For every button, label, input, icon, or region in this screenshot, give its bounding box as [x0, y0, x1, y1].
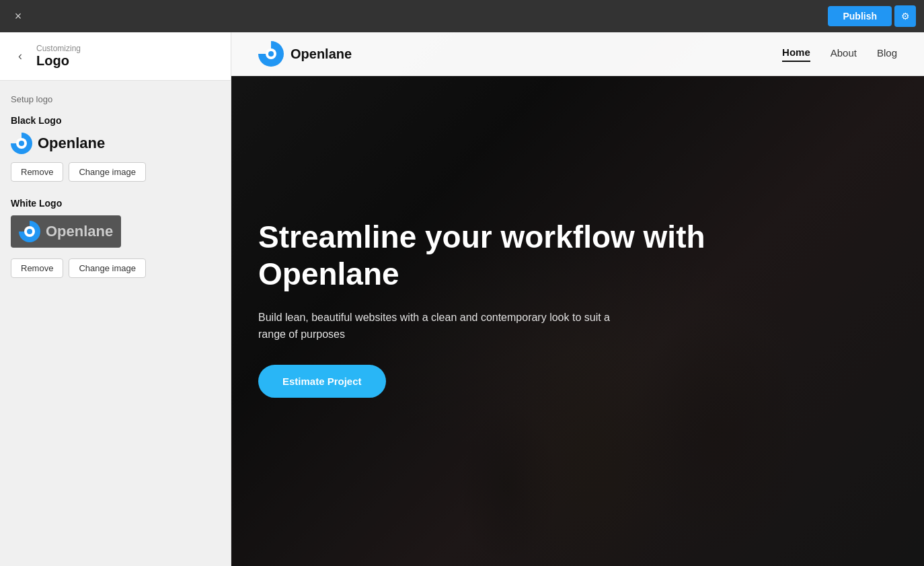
publish-button[interactable]: Publish	[828, 6, 892, 26]
site-nav-links: Home About Blog	[782, 46, 897, 62]
main-layout: ‹ Customizing Logo Setup logo Black Logo…	[0, 32, 924, 566]
black-logo-text: Openlane	[38, 135, 105, 152]
setup-logo-label: Setup logo	[11, 94, 220, 104]
black-logo-buttons: Remove Change image	[11, 162, 220, 182]
site-logo-icon-inner	[268, 51, 274, 57]
white-logo-section: White Logo Openlane Remove Change image	[11, 198, 220, 278]
white-logo-preview: Openlane	[11, 215, 121, 248]
nav-link-about[interactable]: About	[831, 47, 857, 61]
white-logo-text: Openlane	[46, 223, 113, 240]
black-logo-remove-button[interactable]: Remove	[11, 162, 63, 182]
white-logo-title: White Logo	[11, 198, 220, 209]
top-bar: × Publish ⚙	[0, 0, 924, 32]
website-preview: Openlane Home About Blog Streamline your…	[231, 32, 924, 566]
sidebar-header: ‹ Customizing Logo	[0, 32, 231, 81]
hero-section: Openlane Home About Blog Streamline your…	[231, 32, 924, 566]
white-logo-remove-button[interactable]: Remove	[11, 258, 63, 278]
black-logo-icon-inner	[19, 141, 24, 146]
site-logo-text: Openlane	[291, 46, 352, 62]
black-logo-icon	[11, 133, 32, 154]
settings-button[interactable]: ⚙	[894, 5, 916, 27]
preview-area: Openlane Home About Blog Streamline your…	[231, 32, 924, 566]
hero-subtitle: Build lean, beautiful websites with a cl…	[258, 309, 635, 343]
hero-cta-button[interactable]: Estimate Project	[258, 365, 386, 398]
close-button[interactable]: ×	[8, 6, 28, 26]
black-logo-preview: Openlane	[11, 133, 220, 154]
nav-link-blog[interactable]: Blog	[877, 47, 897, 61]
sidebar: ‹ Customizing Logo Setup logo Black Logo…	[0, 32, 231, 566]
site-logo-icon	[258, 41, 284, 67]
sidebar-title-area: Customizing Logo	[36, 44, 81, 69]
customizing-label: Customizing	[36, 44, 81, 53]
black-logo-change-button[interactable]: Change image	[69, 162, 146, 182]
white-logo-icon-inner	[27, 229, 32, 234]
white-logo-change-button[interactable]: Change image	[69, 258, 146, 278]
white-logo-buttons: Remove Change image	[11, 258, 220, 278]
site-nav: Openlane Home About Blog	[231, 32, 924, 76]
site-logo: Openlane	[258, 41, 352, 67]
hero-title: Streamline your workflow with Openlane	[258, 219, 729, 293]
white-logo-icon	[19, 221, 40, 242]
sidebar-body: Setup logo Black Logo Openlane Remove Ch…	[0, 81, 231, 566]
nav-link-home[interactable]: Home	[782, 46, 810, 62]
black-logo-section: Black Logo Openlane Remove Change image	[11, 115, 220, 182]
black-logo-title: Black Logo	[11, 115, 220, 126]
sidebar-title: Logo	[36, 53, 81, 69]
hero-content: Streamline your workflow with Openlane B…	[258, 219, 729, 398]
back-button[interactable]: ‹	[11, 47, 30, 66]
